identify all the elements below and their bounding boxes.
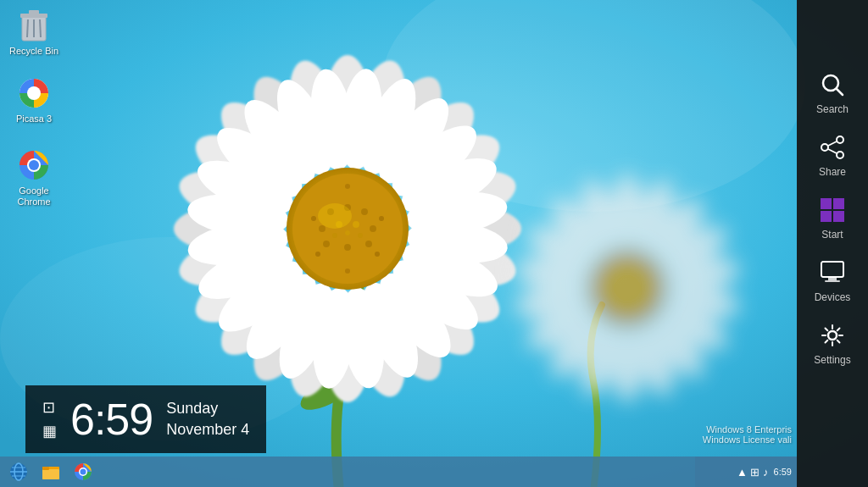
svg-point-94	[593, 254, 661, 322]
svg-rect-125	[828, 277, 837, 280]
svg-point-58	[319, 225, 326, 232]
svg-line-100	[40, 19, 41, 37]
svg-point-60	[353, 221, 359, 228]
svg-line-123	[828, 149, 837, 153]
monitor-icon: ⊡	[42, 398, 57, 417]
svg-point-74	[318, 203, 352, 229]
svg-point-119	[837, 136, 843, 143]
svg-point-71	[375, 252, 380, 257]
clock-date-val: November 4	[166, 419, 249, 440]
svg-point-72	[345, 184, 350, 189]
clock-icons: ⊡ ▦	[42, 398, 57, 440]
svg-point-120	[837, 152, 843, 158]
taskbar-chrome[interactable]	[68, 457, 98, 486]
picasa-icon[interactable]: Picasa 3	[8, 76, 59, 125]
svg-point-105	[29, 160, 39, 170]
charm-search-label: Search	[816, 103, 849, 115]
svg-point-69	[379, 216, 384, 221]
taskbar-ie[interactable]	[3, 457, 34, 486]
svg-point-67	[345, 230, 350, 235]
settings-charm-icon	[817, 320, 848, 351]
svg-line-98	[27, 19, 28, 37]
svg-rect-113	[42, 467, 49, 470]
svg-rect-124	[821, 262, 843, 277]
battery-icon: ▦	[42, 422, 57, 440]
charm-settings[interactable]: Settings	[798, 310, 866, 373]
charms-bar: Search Share Start	[797, 0, 868, 487]
charm-start[interactable]: Start	[798, 185, 866, 247]
watermark-line1: Windows 8 Enterpris	[703, 424, 792, 434]
start-charm-icon	[817, 195, 848, 225]
windows-logo	[821, 198, 844, 222]
svg-point-54	[292, 174, 403, 284]
watermark-line2: Windows License vali	[703, 434, 792, 445]
svg-rect-112	[42, 469, 59, 479]
svg-point-65	[332, 233, 337, 238]
chrome-label: Google Chrome	[8, 185, 59, 208]
svg-point-66	[358, 233, 363, 238]
devices-charm-icon	[817, 257, 848, 288]
chrome-icon[interactable]: Google Chrome	[8, 148, 59, 208]
svg-point-116	[81, 469, 86, 475]
windows-watermark: Windows 8 Enterpris Windows License vali	[703, 424, 792, 445]
svg-point-121	[821, 144, 828, 151]
taskbar	[0, 457, 797, 487]
clock-overlay: ⊡ ▦ 6:59 Sunday November 4	[25, 385, 266, 453]
charm-share[interactable]: Share	[798, 122, 866, 185]
charm-devices[interactable]: Devices	[798, 247, 866, 310]
svg-rect-97	[29, 10, 39, 14]
svg-point-64	[365, 241, 372, 247]
clock-day: Sunday	[166, 398, 249, 419]
search-charm-icon	[817, 69, 848, 100]
clock-date: Sunday November 4	[166, 398, 249, 440]
tray-time: 6:59	[774, 467, 792, 477]
charm-search[interactable]: Search	[798, 59, 866, 122]
desktop: Recycle Bin Picasa 3 G	[0, 0, 868, 487]
recycle-bin-label: Recycle Bin	[9, 46, 58, 57]
taskbar-explorer[interactable]	[36, 457, 66, 486]
svg-point-70	[315, 252, 320, 257]
taskbar-tray: ▲ ⊞ ♪ 6:59	[695, 457, 797, 487]
svg-point-61	[370, 225, 376, 232]
recycle-bin-icon[interactable]: Recycle Bin	[8, 8, 59, 57]
svg-point-62	[323, 241, 330, 247]
svg-line-118	[837, 89, 843, 95]
share-charm-icon	[817, 132, 848, 163]
svg-point-63	[344, 244, 351, 251]
svg-point-127	[828, 331, 837, 340]
charm-start-label: Start	[821, 229, 843, 241]
charm-devices-label: Devices	[815, 291, 851, 303]
svg-point-102	[27, 86, 41, 100]
svg-point-68	[311, 216, 316, 221]
charm-settings-label: Settings	[814, 354, 850, 366]
charm-share-label: Share	[819, 166, 846, 178]
picasa-label: Picasa 3	[16, 113, 52, 125]
tray-icons: ▲ ⊞ ♪	[737, 466, 769, 479]
svg-point-57	[361, 208, 368, 215]
svg-point-73	[345, 268, 350, 274]
svg-rect-126	[825, 280, 840, 282]
clock-time: 6:59	[70, 397, 153, 441]
svg-line-122	[828, 141, 837, 146]
